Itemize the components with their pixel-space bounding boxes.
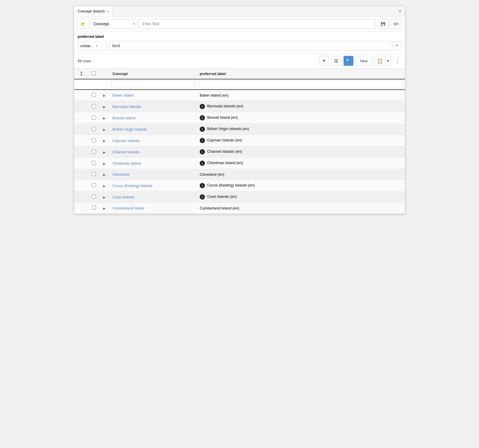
table-row: ▶ Cocos (Keeling) Islands i Cocos (Keeli… xyxy=(74,180,405,191)
tab-close-icon[interactable]: × xyxy=(107,10,109,13)
td-expand-cook-islands[interactable]: ▶ xyxy=(99,191,110,203)
td-check-cumberland-island[interactable] xyxy=(89,203,99,214)
td-expand-cayman-islands[interactable]: ▶ xyxy=(99,135,110,146)
concept-dropdown-label: Concept xyxy=(94,22,109,26)
concept-link-cleveland[interactable]: Cleveland xyxy=(112,172,129,177)
td-concept-bermuda-islands: Bermuda Islands xyxy=(110,101,197,112)
td-check-cleveland[interactable] xyxy=(89,169,99,180)
td-sort-baker-island xyxy=(74,90,89,101)
concept-link-british-virgin-islands[interactable]: British Virgin Islands xyxy=(112,127,147,131)
free-text-input[interactable] xyxy=(139,19,376,29)
row-checkbox-channel-islands[interactable] xyxy=(92,150,96,154)
more-options-button[interactable]: ⋮ xyxy=(393,56,401,66)
row-checkbox-bouvet-island[interactable] xyxy=(92,115,96,120)
td-expand-channel-islands[interactable]: ▶ xyxy=(99,146,110,158)
td-sort-bouvet-island xyxy=(74,112,89,124)
td-check-channel-islands[interactable] xyxy=(89,146,99,158)
concept-search-tab[interactable]: Concept Search × xyxy=(74,6,113,16)
td-expand-baker-island[interactable]: ▶ xyxy=(99,90,110,101)
expand-icon-cayman-islands[interactable]: ▶ xyxy=(103,139,106,143)
td-expand-christmas-island[interactable]: ▶ xyxy=(99,158,110,169)
concept-link-bermuda-islands[interactable]: Bermuda Islands xyxy=(112,104,141,109)
concept-link-cayman-islands[interactable]: Cayman Islands xyxy=(112,138,140,143)
td-concept-christmas-island: Christmas Island xyxy=(110,158,197,169)
expand-icon-channel-islands[interactable]: ▶ xyxy=(103,151,106,154)
toolbar: 📂 Concept ▾ 💾 ⚙ ▾ xyxy=(74,17,405,31)
row-checkbox-baker-island[interactable] xyxy=(92,93,96,97)
gear-settings-button[interactable]: ⚙ ▾ xyxy=(390,19,402,29)
concept-link-cumberland-island[interactable]: Cumberland Island xyxy=(112,206,144,210)
row-checkbox-cleveland[interactable] xyxy=(92,172,96,176)
table-row: ▶ Cleveland Cleveland (en) xyxy=(74,169,405,180)
concept-link-bouvet-island[interactable]: Bouvet Island xyxy=(112,116,135,120)
row-checkbox-cayman-islands[interactable] xyxy=(92,138,96,142)
td-sort-cook-islands xyxy=(74,191,89,203)
title-bar: Concept Search × × xyxy=(74,6,405,17)
filter-icon-button[interactable]: ▼ xyxy=(319,56,329,66)
concept-column-filter[interactable] xyxy=(111,81,195,88)
contains-arrow: ▾ xyxy=(96,44,98,48)
row-checkbox-cumberland-island[interactable] xyxy=(92,206,96,210)
td-check-cook-islands[interactable] xyxy=(89,191,99,203)
concept-link-cook-islands[interactable]: Cook Islands xyxy=(112,195,134,199)
clear-filter-button[interactable]: × xyxy=(393,41,401,50)
row-checkbox-bermuda-islands[interactable] xyxy=(92,104,96,108)
label-text-cocos-keeling-islands: Cocos (Keeling) Islands (en) xyxy=(207,183,255,187)
columns-icon-button[interactable]: ⊞ xyxy=(331,56,341,66)
expand-icon-bouvet-island[interactable]: ▶ xyxy=(103,117,106,120)
select-all-checkbox[interactable] xyxy=(92,71,96,75)
row-checkbox-cook-islands[interactable] xyxy=(92,195,96,199)
td-expand-cocos-keeling-islands[interactable]: ▶ xyxy=(99,180,110,191)
table-row: ▶ Bouvet Island i Bouvet Island (en) xyxy=(74,112,405,124)
td-sort-british-virgin-islands xyxy=(74,124,89,135)
concept-link-cocos-keeling-islands[interactable]: Cocos (Keeling) Islands xyxy=(112,184,152,188)
th-sort[interactable]: ▲ ▼ xyxy=(74,68,89,79)
save-button[interactable]: 💾 xyxy=(378,19,389,29)
search-icon-button[interactable]: 🔍 xyxy=(344,56,353,66)
row-checkbox-british-virgin-islands[interactable] xyxy=(92,127,96,131)
window-close-button[interactable]: × xyxy=(395,9,405,14)
export-button[interactable]: 📋 ▾ xyxy=(374,56,391,66)
td-expand-cumberland-island[interactable]: ▶ xyxy=(99,203,110,214)
concept-link-baker-island[interactable]: Baker Island xyxy=(112,93,133,97)
td-check-bouvet-island[interactable] xyxy=(89,112,99,124)
filter-text-input[interactable] xyxy=(109,41,390,50)
expand-icon-cook-islands[interactable]: ▶ xyxy=(103,196,106,199)
td-label-cook-islands: i Cook Islands (en) xyxy=(197,191,405,203)
td-concept-cleveland: Cleveland xyxy=(110,169,197,180)
expand-icon-cocos-keeling-islands[interactable]: ▶ xyxy=(103,184,106,188)
label-text-christmas-island: Christmas Island (en) xyxy=(207,161,243,165)
td-expand-cleveland[interactable]: ▶ xyxy=(99,169,110,180)
concept-link-christmas-island[interactable]: Christmas Island xyxy=(112,161,141,166)
td-check-bermuda-islands[interactable] xyxy=(89,101,99,112)
td-check-baker-island[interactable] xyxy=(89,90,99,101)
td-expand-british-virgin-islands[interactable]: ▶ xyxy=(99,124,110,135)
contains-dropdown[interactable]: contai... ▾ xyxy=(78,41,107,50)
td-check-christmas-island[interactable] xyxy=(89,158,99,169)
th-checkbox[interactable] xyxy=(89,68,99,79)
label-column-filter[interactable] xyxy=(199,81,403,88)
expand-icon-bermuda-islands[interactable]: ▶ xyxy=(103,105,106,109)
expand-icon-christmas-island[interactable]: ▶ xyxy=(103,162,106,165)
info-icon: i xyxy=(200,138,205,143)
td-check-cayman-islands[interactable] xyxy=(89,135,99,146)
info-icon: i xyxy=(200,104,205,109)
concept-link-channel-islands[interactable]: Channel Islands xyxy=(112,150,140,154)
td-expand-bermuda-islands[interactable]: ▶ xyxy=(99,101,110,112)
td-expand-bouvet-island[interactable]: ▶ xyxy=(99,112,110,124)
td-label-filter xyxy=(197,79,405,90)
td-check-british-virgin-islands[interactable] xyxy=(89,124,99,135)
expand-icon-british-virgin-islands[interactable]: ▶ xyxy=(103,128,106,131)
folder-button[interactable]: 📂 xyxy=(77,19,89,29)
row-checkbox-cocos-keeling-islands[interactable] xyxy=(92,183,96,187)
td-check-cocos-keeling-islands[interactable] xyxy=(89,180,99,191)
expand-icon-cumberland-island[interactable]: ▶ xyxy=(103,207,106,210)
expand-icon-baker-island[interactable]: ▶ xyxy=(103,94,106,97)
data-table: ▲ ▼ Concept preferred label xyxy=(74,68,405,214)
expand-icon-cleveland[interactable]: ▶ xyxy=(103,173,106,176)
info-icon: i xyxy=(200,194,205,200)
new-button[interactable]: New xyxy=(356,56,372,66)
row-checkbox-christmas-island[interactable] xyxy=(92,161,96,165)
sort-icon[interactable]: ▲ ▼ xyxy=(76,71,87,77)
concept-dropdown[interactable]: Concept ▾ xyxy=(91,19,137,29)
